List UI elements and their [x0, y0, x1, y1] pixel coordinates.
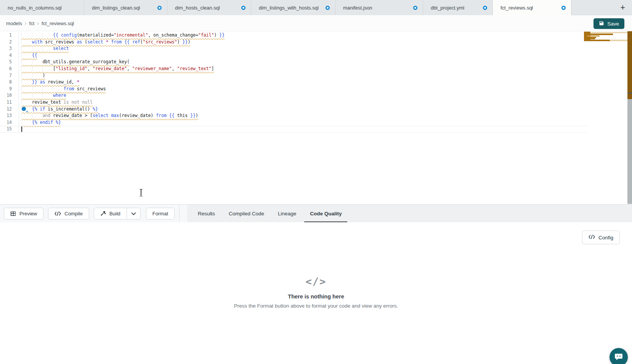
- file-tab-bar: no_nulls_in_columns.sqldim_listings_clea…: [0, 0, 632, 15]
- breadcrumb-item[interactable]: fct_reviews.sql: [42, 21, 74, 26]
- code-line-content: select: [19, 45, 69, 52]
- code-line[interactable]: 2 with src_reviews as (select * from {{ …: [0, 39, 587, 46]
- preview-button[interactable]: Preview: [4, 208, 43, 220]
- code-lines: 1 {{ config(materialized="incremental", …: [0, 32, 587, 133]
- quick-fix-icon[interactable]: ⚙: [22, 107, 27, 112]
- code-token: [21, 32, 53, 38]
- file-tab[interactable]: manifest.json: [335, 0, 423, 15]
- code-token: is_incremental(): [45, 106, 93, 112]
- code-token: if: [40, 106, 45, 112]
- file-tab-label: dim_listings_with_hosts.sql: [259, 5, 319, 11]
- file-tab-label: dbt_project.yml: [431, 5, 464, 11]
- code-token: [37, 106, 40, 112]
- code-token: {{: [32, 53, 37, 58]
- file-tab[interactable]: no_nulls_in_columns.sql: [0, 0, 84, 15]
- code-line[interactable]: 7 ): [0, 72, 587, 79]
- code-token: "review_text": [177, 66, 212, 71]
- line-number: 12: [0, 106, 19, 113]
- code-line[interactable]: 14 {% endif %}: [0, 119, 587, 126]
- file-tab[interactable]: dbt_project.yml: [423, 0, 493, 15]
- code-token: config: [61, 32, 77, 38]
- dbt-ide-window: no_nulls_in_columns.sqldim_listings_clea…: [0, 0, 632, 364]
- config-button[interactable]: Config: [582, 231, 620, 244]
- code-token: review_id,: [45, 79, 77, 85]
- code-line[interactable]: 4 {{: [0, 52, 587, 59]
- preview-label: Preview: [19, 211, 37, 216]
- code-editor[interactable]: 1 {{ config(materialized="incremental", …: [0, 31, 632, 204]
- breadcrumb-item[interactable]: fct: [29, 21, 35, 26]
- code-line[interactable]: 3 select: [0, 45, 587, 52]
- panel-tab-compiled-code[interactable]: Compiled Code: [223, 205, 270, 223]
- unsaved-changes-dot-icon: [241, 6, 245, 10]
- panel-tab-results[interactable]: Results: [192, 205, 221, 223]
- file-tab[interactable]: dim_hosts_clean.sql: [167, 0, 251, 15]
- code-token: [130, 39, 132, 45]
- code-token: [58, 32, 61, 38]
- config-label: Config: [598, 235, 613, 241]
- code-token: [21, 53, 32, 58]
- code-line[interactable]: 15: [0, 126, 587, 133]
- code-token: ): [42, 73, 45, 78]
- file-header-row: models›fct›fct_reviews.sql Save: [0, 16, 632, 31]
- code-line[interactable]: 6 ["listing_id", "review_date", "reviewe…: [0, 66, 587, 72]
- code-token: select: [93, 113, 109, 118]
- code-line-content: from src_reviews: [19, 86, 106, 93]
- line-number: 6: [0, 66, 19, 72]
- breadcrumb-item[interactable]: models: [6, 21, 22, 26]
- breadcrumb: models›fct›fct_reviews.sql: [6, 20, 74, 26]
- panel-tab-code-quality[interactable]: Code Quality: [304, 205, 347, 223]
- code-token: from: [156, 113, 167, 118]
- editor-scrollbar[interactable]: [627, 31, 632, 204]
- file-tab[interactable]: fct_reviews.sql: [493, 0, 571, 15]
- code-token: from: [111, 39, 122, 45]
- file-tab[interactable]: dim_listings_with_hosts.sql: [251, 0, 335, 15]
- code-token: %}: [93, 106, 98, 112]
- build-dropdown-button[interactable]: [127, 208, 141, 220]
- code-token: }}: [32, 79, 37, 85]
- code-line[interactable]: 13 and review_date > (select max(review_…: [0, 112, 587, 119]
- unsaved-changes-dot-icon: [561, 6, 566, 10]
- compile-button[interactable]: Compile: [48, 208, 89, 220]
- save-label: Save: [607, 21, 619, 27]
- line-number: 15: [0, 126, 19, 133]
- code-token: null: [82, 99, 93, 105]
- code-line[interactable]: 10 where: [0, 92, 587, 99]
- format-button[interactable]: Format: [146, 208, 175, 220]
- code-line-content: }} as review_id, *: [19, 79, 79, 86]
- code-token: not: [72, 99, 80, 105]
- code-line[interactable]: 9 from src_reviews: [0, 86, 587, 93]
- code-token: [21, 113, 42, 118]
- empty-state-subtitle: Press the Format button above to format …: [0, 303, 632, 309]
- code-token: [37, 120, 40, 125]
- code-token: (review_date): [119, 113, 156, 118]
- save-button[interactable]: Save: [594, 18, 624, 29]
- code-token: {{: [169, 113, 175, 118]
- code-token: select: [53, 46, 69, 51]
- code-token: ): [196, 113, 198, 118]
- code-token: dbt_utils.generate_surrogate_key(: [42, 59, 129, 64]
- code-line[interactable]: 5 dbt_utils.generate_surrogate_key(: [0, 59, 587, 66]
- file-tab-label: dim_hosts_clean.sql: [175, 5, 220, 11]
- code-line[interactable]: 11 review_text is not null: [0, 99, 587, 106]
- code-token: (: [82, 39, 87, 45]
- code-token: [21, 46, 53, 51]
- code-brackets-icon: [589, 234, 595, 241]
- code-token: {%: [32, 106, 37, 112]
- code-line[interactable]: 8 }} as review_id, *: [0, 79, 587, 86]
- code-line-content: ): [19, 72, 45, 79]
- file-tab[interactable]: dim_listings_clean.sql: [84, 0, 167, 15]
- line-number: 1: [0, 32, 19, 39]
- code-token: [109, 39, 111, 45]
- new-tab-button[interactable]: +: [617, 4, 628, 11]
- code-line[interactable]: 1 {{ config(materialized="incremental", …: [0, 32, 587, 39]
- breadcrumb-separator-icon: ›: [25, 20, 27, 26]
- minimap-bar: [590, 40, 610, 41]
- code-line[interactable]: 12 {% if is_incremental() %}⚙: [0, 106, 587, 113]
- minimap-bar: [591, 32, 627, 33]
- chat-bubble-icon: [614, 352, 623, 362]
- minimap-bar: [610, 40, 627, 41]
- copilot-chat-button[interactable]: [610, 348, 628, 364]
- code-token: {{: [53, 32, 58, 38]
- panel-tab-lineage[interactable]: Lineage: [272, 205, 302, 223]
- build-button[interactable]: Build: [94, 208, 127, 220]
